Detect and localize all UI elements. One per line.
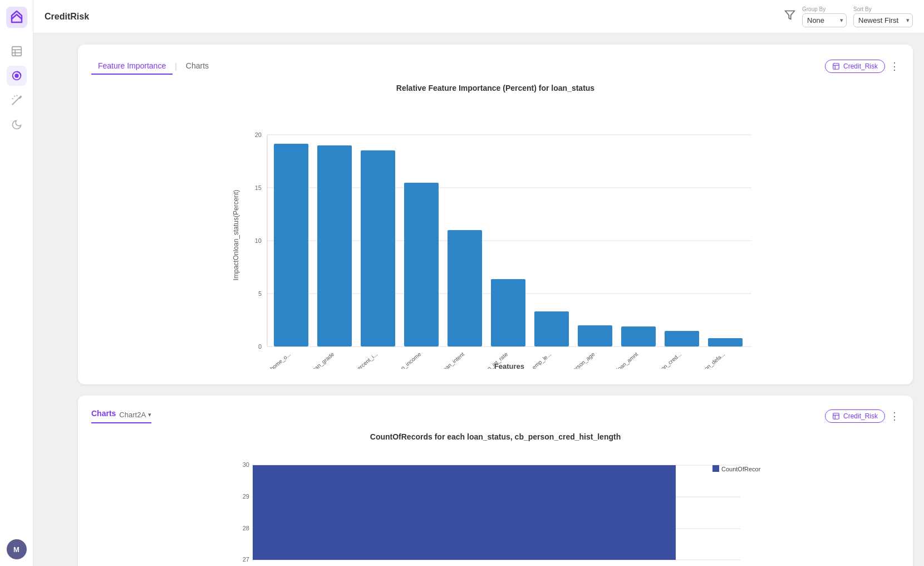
group-by-container: Group By None bbox=[802, 6, 847, 27]
tab-divider: | bbox=[173, 62, 179, 71]
bar-person-emp bbox=[534, 311, 569, 347]
page-title: CreditRisk bbox=[45, 12, 784, 22]
bar-cb-cred bbox=[665, 331, 699, 347]
bar-loan-amnt bbox=[621, 326, 656, 347]
model-badge[interactable]: Credit_Risk bbox=[825, 60, 885, 73]
tab-charts[interactable]: Charts bbox=[179, 58, 215, 75]
bar-person-home bbox=[274, 144, 308, 347]
card1-tabs: Feature Importance | Charts bbox=[91, 58, 825, 75]
bar-loan-intent bbox=[448, 230, 482, 347]
svg-rect-37 bbox=[833, 413, 839, 419]
bar-person-income bbox=[404, 183, 439, 347]
svg-text:0: 0 bbox=[258, 343, 262, 350]
svg-line-10 bbox=[12, 98, 13, 99]
tab-chart2a-label: Chart2A bbox=[119, 411, 146, 419]
svg-text:29: 29 bbox=[243, 493, 249, 500]
sort-by-select[interactable]: Newest First Oldest First A-Z Z-A bbox=[853, 13, 913, 27]
sort-by-container: Sort By Newest First Oldest First A-Z Z-… bbox=[853, 6, 913, 27]
bar-loan-int-rate bbox=[491, 279, 525, 347]
group-by-label: Group By bbox=[802, 6, 825, 12]
card2-tabs: Charts Chart2A ▾ bbox=[91, 409, 151, 423]
svg-text:loan_amnt: loan_amnt bbox=[615, 351, 639, 369]
y-axis-label: ImpactOnloan_status(Percent) bbox=[232, 190, 240, 281]
bar-count-records bbox=[253, 465, 676, 560]
svg-text:cb_person_cred...: cb_person_cred... bbox=[645, 351, 682, 369]
group-by-select-wrapper: None bbox=[802, 13, 847, 27]
sidebar-item-table[interactable] bbox=[7, 41, 27, 61]
topbar: CreditRisk Group By None Sort By Newest … bbox=[33, 0, 924, 33]
legend-icon bbox=[712, 465, 719, 472]
card2-actions: Credit_Risk ⋮ bbox=[825, 409, 900, 423]
topbar-controls: Group By None Sort By Newest First Oldes… bbox=[784, 6, 913, 27]
records-chart: 30 29 28 27 CountOfRecor bbox=[91, 450, 900, 566]
x-axis-label: Features bbox=[494, 362, 524, 369]
group-by-select[interactable]: None bbox=[802, 13, 847, 27]
bar-person-age bbox=[578, 325, 612, 347]
sidebar-item-magic[interactable] bbox=[7, 90, 27, 110]
dropdown-arrow-icon[interactable]: ▾ bbox=[148, 411, 151, 418]
sidebar: M bbox=[0, 0, 33, 566]
legend-label: CountOfRecor bbox=[721, 466, 761, 472]
bar-loan-percent bbox=[361, 150, 395, 347]
sidebar-item-charts[interactable] bbox=[7, 66, 27, 86]
bar-cb-defa bbox=[708, 338, 743, 347]
svg-line-9 bbox=[17, 95, 17, 96]
svg-text:30: 30 bbox=[243, 461, 249, 468]
chart2-title: CountOfRecords for each loan_status, cb_… bbox=[91, 432, 900, 441]
chart1-container: ImpactOnloan_status(Percent) 0 5 10 15 2… bbox=[91, 101, 900, 371]
model-badge-label: Credit_Risk bbox=[843, 62, 878, 70]
card1-actions: Credit_Risk ⋮ bbox=[825, 60, 900, 73]
svg-point-6 bbox=[14, 74, 18, 77]
model-badge-2-label: Credit_Risk bbox=[843, 412, 878, 420]
chart2-container: 30 29 28 27 CountOfRecor bbox=[91, 450, 900, 566]
svg-text:loan_percent_i...: loan_percent_i... bbox=[343, 351, 379, 369]
svg-text:27: 27 bbox=[243, 556, 249, 563]
svg-rect-1 bbox=[12, 47, 21, 56]
charts-card: Charts Chart2A ▾ Credit_Risk ⋮ CountOfRe… bbox=[78, 396, 913, 566]
tab-feature-importance[interactable]: Feature Importance bbox=[91, 58, 173, 75]
svg-text:person_home_o...: person_home_o... bbox=[253, 351, 292, 369]
svg-text:5: 5 bbox=[258, 290, 262, 297]
chart1-title: Relative Feature Importance (Percent) fo… bbox=[91, 84, 900, 92]
svg-marker-11 bbox=[785, 11, 795, 19]
svg-text:28: 28 bbox=[243, 525, 249, 531]
svg-rect-0 bbox=[6, 7, 27, 28]
sidebar-item-darkmode[interactable] bbox=[7, 115, 27, 135]
svg-text:person_age: person_age bbox=[569, 351, 596, 369]
feature-importance-chart: ImpactOnloan_status(Percent) 0 5 10 15 2… bbox=[91, 101, 900, 369]
main-content: Feature Importance | Charts Credit_Risk … bbox=[67, 33, 924, 566]
svg-line-7 bbox=[12, 97, 19, 105]
tab-charts2[interactable]: Charts bbox=[91, 409, 116, 420]
sort-by-label: Sort By bbox=[853, 6, 872, 12]
svg-text:20: 20 bbox=[255, 131, 262, 138]
feature-importance-card: Feature Importance | Charts Credit_Risk … bbox=[78, 45, 913, 384]
user-avatar[interactable]: M bbox=[7, 539, 27, 559]
card1-header: Feature Importance | Charts Credit_Risk … bbox=[91, 58, 900, 75]
filter-icon[interactable] bbox=[784, 9, 795, 23]
svg-text:10: 10 bbox=[255, 237, 262, 244]
sort-by-select-wrapper: Newest First Oldest First A-Z Z-A bbox=[853, 13, 913, 27]
svg-text:person_income: person_income bbox=[389, 351, 422, 369]
more-menu-icon-2[interactable]: ⋮ bbox=[889, 410, 900, 422]
more-menu-icon[interactable]: ⋮ bbox=[889, 60, 900, 72]
svg-text:loan_intent: loan_intent bbox=[441, 351, 466, 369]
bar-loan-grade bbox=[317, 145, 352, 347]
card2-header: Charts Chart2A ▾ Credit_Risk ⋮ bbox=[91, 409, 900, 423]
svg-text:cb_person_defa...: cb_person_defa... bbox=[688, 351, 726, 369]
svg-rect-12 bbox=[833, 64, 839, 70]
svg-text:loan_grade: loan_grade bbox=[310, 351, 336, 369]
model-badge-2[interactable]: Credit_Risk bbox=[825, 409, 885, 423]
app-logo[interactable] bbox=[6, 7, 27, 28]
svg-text:15: 15 bbox=[255, 184, 262, 191]
